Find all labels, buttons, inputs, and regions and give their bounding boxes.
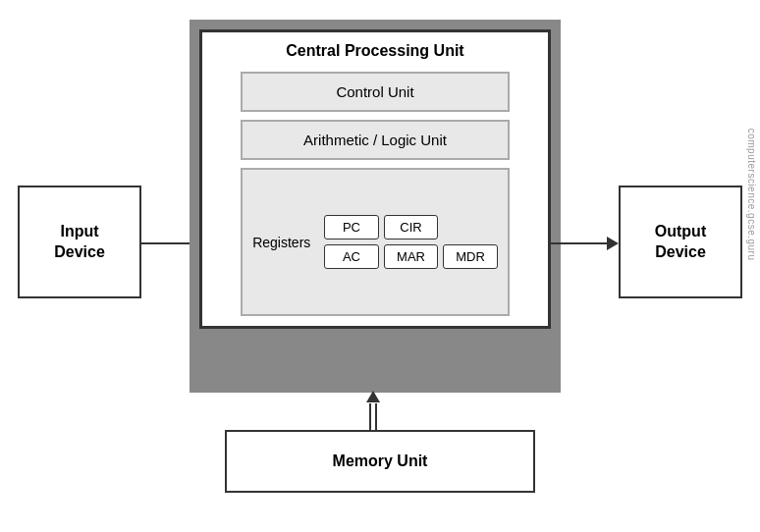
registers-grid: PC CIR AC MAR MDR	[324, 215, 498, 269]
watermark: computerscience.gcse.guru	[747, 129, 758, 261]
arrow-output	[550, 236, 619, 251]
memory-unit-label: Memory Unit	[333, 452, 428, 470]
arrow-output-head	[607, 237, 619, 250]
register-pc: PC	[324, 215, 379, 239]
arrow-output-line	[550, 242, 607, 244]
control-unit-box: Control Unit	[241, 72, 510, 112]
diagram-wrapper: Input Device Central Processing Unit Con…	[0, 0, 760, 532]
memory-unit-box: Memory Unit	[225, 430, 535, 493]
registers-label: Registers	[252, 235, 316, 250]
control-unit-label: Control Unit	[336, 83, 413, 100]
cpu-outer-box: Central Processing Unit Control Unit Ari…	[190, 20, 561, 393]
output-device-label: OutputDevice	[655, 222, 706, 263]
register-cir: CIR	[384, 215, 439, 239]
cpu-inner-box: Central Processing Unit Control Unit Ari…	[199, 29, 551, 329]
alu-box: Arithmetic / Logic Unit	[241, 120, 510, 160]
alu-label: Arithmetic / Logic Unit	[303, 132, 447, 148]
arrow-up-head	[366, 391, 380, 402]
register-ac: AC	[324, 244, 379, 269]
register-mar: MAR	[384, 244, 439, 269]
double-arrow-lines	[369, 402, 377, 433]
register-mdr: MDR	[443, 244, 498, 269]
registers-box: Registers PC CIR AC MAR MDR	[241, 168, 510, 316]
cpu-title: Central Processing Unit	[286, 42, 463, 60]
arrow-vert-line-left	[369, 403, 371, 432]
input-device-box: Input Device	[18, 186, 141, 298]
output-device-box: OutputDevice	[619, 186, 742, 298]
input-device-label: Input Device	[54, 222, 105, 263]
arrow-vert-line-right	[375, 403, 377, 432]
